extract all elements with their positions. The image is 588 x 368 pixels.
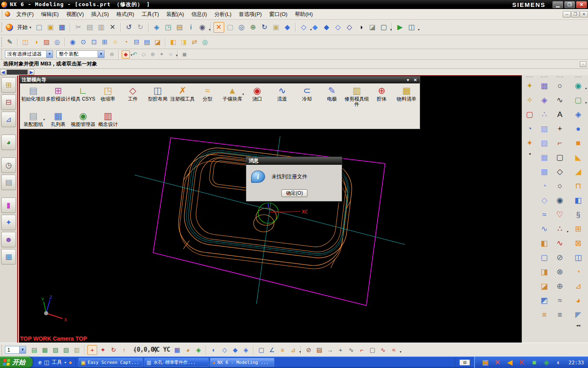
mold-wizard-options-button[interactable]: ▾	[405, 78, 411, 82]
mw-workpiece[interactable]: ◇工件	[120, 85, 145, 103]
collapse-arrows-button[interactable]: ◂◂	[572, 323, 584, 328]
mw-mold-csys[interactable]: ∟模具 CSYS	[71, 85, 96, 103]
combined-projection-button[interactable]: ⊕	[554, 280, 566, 292]
measure-length-button[interactable]: ≡	[278, 345, 287, 355]
paste-button[interactable]: ▥	[96, 22, 107, 33]
zoom-in-out-button[interactable]: ⊕	[248, 22, 258, 33]
center-boss[interactable]	[254, 203, 278, 232]
menu-file[interactable]: 文件(F)	[13, 9, 38, 19]
pad-button[interactable]: ⊞	[100, 37, 109, 47]
undo-selection-button[interactable]: ↶	[131, 50, 139, 58]
revolve-button[interactable]: ◑	[31, 37, 41, 47]
static-wireframe-button[interactable]: ◇	[344, 22, 355, 33]
menu-insert[interactable]: 插入(S)	[87, 9, 112, 19]
edge-blend-button[interactable]: ◕	[572, 294, 584, 306]
spline-points-button[interactable]: ∴▾	[554, 222, 566, 235]
menu-preferences[interactable]: 首选项(P)	[235, 9, 265, 19]
intersect-button[interactable]: ⊠	[572, 237, 584, 249]
mdi-close-button[interactable]: ✕	[580, 11, 588, 18]
clip-section-button[interactable]: ◪	[367, 22, 378, 33]
chevron-down-icon[interactable]: ▼	[46, 51, 53, 58]
layer-visible-in-view-button[interactable]: ▦	[40, 345, 50, 355]
move-to-layer-button[interactable]: ▨	[51, 345, 60, 355]
message-dialog-titlebar[interactable]: 消息	[246, 157, 342, 165]
swept-surface-button[interactable]: ▩	[539, 165, 550, 177]
information-button[interactable]: i	[186, 22, 196, 33]
pattern-feature-button[interactable]: ◫	[572, 251, 584, 263]
roles-tab[interactable]: ☻	[1, 232, 16, 247]
bounded-plane-button[interactable]: ▢	[539, 251, 550, 263]
quicklaunch-mail[interactable]: ◫	[44, 359, 49, 366]
menu-assemblies[interactable]: 装配(A)	[163, 9, 187, 19]
section-surface-button[interactable]: ◔	[539, 180, 550, 192]
system-materials-tab[interactable]: ▤	[1, 175, 16, 190]
chevron-down-icon[interactable]: ▾	[585, 101, 587, 105]
task-nx[interactable]: ◕NX 6 - Modeling ...	[210, 358, 274, 367]
start-menu-button[interactable]: 开始 ▾	[5, 24, 34, 31]
polygon-button[interactable]: ◇	[554, 165, 566, 177]
undo-button[interactable]: ↺	[124, 22, 134, 33]
task-media-player[interactable]: ▦水孔-標準零件作...	[144, 358, 209, 367]
repeat-command-button[interactable]: ◈	[151, 22, 162, 33]
interpart-link-button[interactable]: ⊗	[108, 50, 116, 58]
new-file-button[interactable]: ▢	[34, 22, 45, 33]
through-curves-button[interactable]: ▧	[539, 137, 550, 149]
cross-section-analysis-button[interactable]: +	[336, 345, 345, 355]
history-tab[interactable]: ◷	[1, 157, 16, 173]
datum-csys-button[interactable]: ◈	[572, 108, 584, 120]
statusbar-dock-button[interactable]: ▫	[580, 61, 586, 67]
drag-handle-button[interactable]: ✦	[158, 50, 166, 58]
styled-blend-button[interactable]: ∿	[539, 222, 550, 235]
xform-surface-button[interactable]: ✦	[524, 79, 535, 92]
lasso-button[interactable]: ○▾	[167, 50, 175, 58]
cut-button[interactable]: ✂	[73, 22, 84, 33]
visualization-tab[interactable]: ▮	[1, 197, 16, 213]
refresh-curvature-button[interactable]: ⊘	[304, 345, 314, 355]
wcs-change-yc-button[interactable]: YC	[162, 345, 172, 355]
mw-parting[interactable]: ≈分型	[195, 85, 220, 103]
copy-button[interactable]: ▤	[85, 22, 95, 33]
view-orient-dropdown[interactable]: ◇▾	[298, 22, 309, 33]
unite-button[interactable]: ⊞	[572, 222, 584, 235]
minimize-button[interactable]: ▁	[552, 1, 563, 8]
chevron-down-icon[interactable]: ▾	[418, 28, 420, 31]
quicklaunch-tools-label[interactable]: 工具	[52, 359, 62, 366]
scroll-well[interactable]	[7, 70, 28, 75]
sphere-button[interactable]: ●	[572, 122, 584, 135]
menu-format[interactable]: 格式(R)	[113, 9, 138, 19]
close-button[interactable]: ✕	[576, 1, 587, 8]
reverse-blank-button[interactable]: ◆	[230, 345, 240, 355]
bounded-block-button[interactable]: ⊓	[572, 180, 584, 192]
chevron-down-icon[interactable]: ▾	[209, 28, 211, 31]
corner-analysis-button[interactable]: ⌐	[357, 345, 367, 355]
offset-curve-button[interactable]: ≡	[554, 308, 566, 321]
window-arrange-button[interactable]: ◫▾	[406, 22, 417, 33]
measure-angle-button[interactable]: ∠	[267, 345, 277, 355]
background-color-swatch[interactable]: ▢▾	[379, 22, 389, 33]
face-analysis-button[interactable]: ◑	[356, 22, 366, 33]
menu-view[interactable]: 视图(V)	[62, 9, 87, 19]
menu-analysis[interactable]: 分析(L)	[211, 9, 235, 19]
helix-button[interactable]: ◉	[554, 194, 566, 206]
wireframe-hidden-edges-button[interactable]: ◇	[333, 22, 343, 33]
toolbar-grip[interactable]	[2, 11, 3, 18]
point-button[interactable]: +	[554, 122, 566, 135]
part-navigator-tab[interactable]: ⊿	[1, 112, 16, 127]
wrap-curve-button[interactable]: ≈	[554, 294, 566, 306]
hide-button[interactable]: ◇	[220, 345, 229, 355]
through-points-button[interactable]: ▦	[539, 79, 550, 92]
swept-button[interactable]: ▨	[42, 37, 51, 47]
mw-electrode[interactable]: ✎电极	[319, 85, 344, 103]
tray-device-error-icon[interactable]: ✕	[492, 357, 503, 368]
wcs-orient-button[interactable]: ↑	[119, 345, 129, 355]
wcs-dynamics-button[interactable]: ✦	[98, 345, 108, 355]
from-poles-button[interactable]: ◈	[539, 94, 550, 106]
rotate-view-button[interactable]: ↻	[259, 22, 270, 33]
toolbar-grip[interactable]	[1, 49, 3, 59]
mw-assembly-drawing[interactable]: ▤装配图纸▾	[21, 110, 46, 128]
mw-cooling[interactable]: ⊂冷却	[294, 85, 319, 103]
law-curve-button[interactable]: ♡	[554, 208, 566, 220]
zoom-selection-button[interactable]: ▢	[225, 22, 236, 33]
wcs-set-absolute-button[interactable]: (0,0,0)	[140, 345, 150, 355]
resize-view-button[interactable]: ◳	[163, 22, 174, 33]
